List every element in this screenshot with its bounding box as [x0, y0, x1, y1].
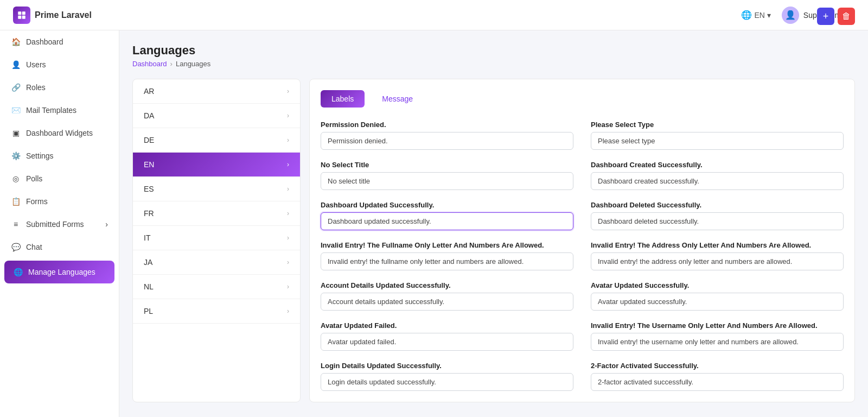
sidebar-label-mail: Mail Templates [26, 106, 76, 115]
chevron-ja: › [287, 258, 289, 266]
sidebar-label-forms: Forms [26, 197, 48, 206]
chevron-en: › [287, 161, 289, 168]
label-dashboard-updated: Dashboard Updated Successfully. [321, 201, 573, 209]
gear-icon: ⚙️ [11, 151, 21, 161]
avatar: 👤 [782, 7, 799, 24]
input-invalid-address[interactable] [591, 252, 844, 270]
field-invalid-fullname: Invalid Entry! The Fullname Only Letter … [321, 241, 573, 270]
field-2fa-activated: 2-Factor Activated Successfully. [591, 362, 844, 391]
label-login-details: Login Details Updated Successfully. [321, 362, 573, 370]
sidebar-item-chat[interactable]: 💬 Chat [0, 236, 119, 258]
arrow-icon: › [105, 220, 108, 229]
label-avatar-failed: Avatar Updated Failed. [321, 321, 573, 330]
editor-panel: Labels Message Permission Denied. Please… [309, 79, 855, 402]
sidebar-item-manage-languages[interactable]: 🌐 Manage Languages [4, 261, 114, 283]
sidebar-label-users: Users [26, 60, 46, 69]
lang-item-de[interactable]: DE › [133, 128, 300, 153]
lang-code-en: EN [144, 160, 154, 169]
sidebar-item-polls[interactable]: ◎ Polls [0, 167, 119, 190]
lang-code-es: ES [144, 185, 154, 193]
input-dashboard-created[interactable] [591, 172, 844, 190]
lang-item-nl[interactable]: NL › [133, 275, 300, 299]
tab-message[interactable]: Message [371, 90, 424, 108]
sidebar-item-roles[interactable]: 🔗 Roles [0, 76, 119, 99]
sidebar-item-mail-templates[interactable]: ✉️ Mail Templates [0, 99, 119, 122]
page-title: Languages [132, 43, 855, 58]
label-account-details: Account Details Updated Successfully. [321, 281, 573, 289]
input-2fa-activated[interactable] [591, 373, 844, 391]
lang-item-es[interactable]: ES › [133, 177, 300, 201]
input-invalid-fullname[interactable] [321, 252, 573, 270]
input-avatar-failed[interactable] [321, 333, 573, 351]
field-invalid-username: Invalid Entry! The Username Only Letter … [591, 321, 844, 351]
input-no-select-title[interactable] [321, 172, 573, 190]
lang-item-da[interactable]: DA › [133, 104, 300, 128]
chevron-da: › [287, 112, 289, 119]
breadcrumb-home[interactable]: Dashboard [132, 60, 167, 68]
chevron-nl: › [287, 283, 289, 290]
svg-rect-1 [22, 11, 25, 15]
input-invalid-username[interactable] [591, 333, 844, 351]
lang-item-pl[interactable]: PL › [133, 299, 300, 324]
tabs: Labels Message [321, 90, 844, 108]
lang-item-en[interactable]: EN › [133, 153, 300, 177]
mail-icon: ✉️ [11, 105, 21, 115]
field-invalid-address: Invalid Entry! The Address Only Letter A… [591, 241, 844, 270]
chevron-it: › [287, 234, 289, 242]
input-avatar-updated[interactable] [591, 293, 844, 311]
field-dashboard-deleted: Dashboard Deleted Successfully. [591, 201, 844, 230]
sidebar-item-users[interactable]: 👤 Users [0, 53, 119, 76]
label-please-select-type: Please Select Type [591, 121, 844, 129]
lang-item-fr[interactable]: FR › [133, 201, 300, 226]
lang-item-it[interactable]: IT › [133, 226, 300, 250]
label-invalid-address: Invalid Entry! The Address Only Letter A… [591, 241, 844, 249]
language-selector[interactable]: 🌐 EN ▾ [741, 10, 770, 20]
field-account-details: Account Details Updated Successfully. [321, 281, 573, 311]
lang-item-ar[interactable]: AR › [133, 79, 300, 104]
sidebar-label-manage-languages: Manage Languages [28, 268, 95, 276]
svg-rect-2 [18, 15, 21, 18]
globe-icon: 🌐 [13, 267, 23, 277]
key-icon: 🔗 [11, 83, 21, 92]
input-please-select-type[interactable] [591, 132, 844, 150]
sidebar-item-settings[interactable]: ⚙️ Settings [0, 144, 119, 167]
sidebar: 🏠 Dashboard 👤 Users 🔗 Roles ✉️ Mail Temp… [0, 30, 119, 417]
sidebar-item-submitted-forms[interactable]: ≡ Submitted Forms › [0, 213, 119, 236]
lang-code-ja: JA [144, 258, 152, 267]
tab-labels[interactable]: Labels [321, 90, 365, 108]
sidebar-item-dashboard-widgets[interactable]: ▣ Dashboard Widgets [0, 122, 119, 144]
chevron-pl: › [287, 307, 289, 315]
delete-button[interactable]: 🗑 [838, 8, 855, 25]
label-avatar-updated: Avatar Updated Successfully. [591, 281, 844, 289]
sidebar-item-dashboard[interactable]: 🏠 Dashboard [0, 30, 119, 53]
language-list: AR › DA › DE › EN › ES › [132, 79, 301, 402]
forms-icon: 📋 [11, 197, 21, 206]
svg-rect-3 [22, 15, 25, 18]
label-2fa-activated: 2-Factor Activated Successfully. [591, 362, 844, 370]
field-avatar-failed: Avatar Updated Failed. [321, 321, 573, 351]
sidebar-label-submitted-forms: Submitted Forms [26, 220, 84, 229]
input-permission-denied[interactable] [321, 132, 573, 150]
svg-rect-0 [18, 11, 21, 15]
lang-item-ja[interactable]: JA › [133, 250, 300, 275]
inner-layout: AR › DA › DE › EN › ES › [132, 79, 855, 402]
main-layout: 🏠 Dashboard 👤 Users 🔗 Roles ✉️ Mail Temp… [0, 30, 868, 417]
label-permission-denied: Permission Denied. [321, 121, 573, 129]
input-account-details[interactable] [321, 293, 573, 311]
widget-icon: ▣ [11, 128, 21, 138]
chevron-es: › [287, 185, 289, 193]
sidebar-label-chat: Chat [26, 243, 42, 251]
input-dashboard-updated[interactable] [321, 212, 573, 230]
field-dashboard-created: Dashboard Created Successfully. [591, 161, 844, 190]
sidebar-label-widgets: Dashboard Widgets [26, 129, 93, 137]
input-dashboard-deleted[interactable] [591, 212, 844, 230]
top-header: Prime Laravel 🌐 EN ▾ 👤 Super Admin ▾ [0, 0, 868, 30]
logo: Prime Laravel [13, 7, 92, 24]
input-login-details[interactable] [321, 373, 573, 391]
app-name: Prime Laravel [35, 10, 92, 20]
home-icon: 🏠 [11, 37, 21, 47]
lang-code-nl: NL [144, 282, 154, 291]
add-button[interactable]: + [817, 8, 834, 25]
field-dashboard-updated: Dashboard Updated Successfully. [321, 201, 573, 230]
sidebar-item-forms[interactable]: 📋 Forms [0, 190, 119, 213]
